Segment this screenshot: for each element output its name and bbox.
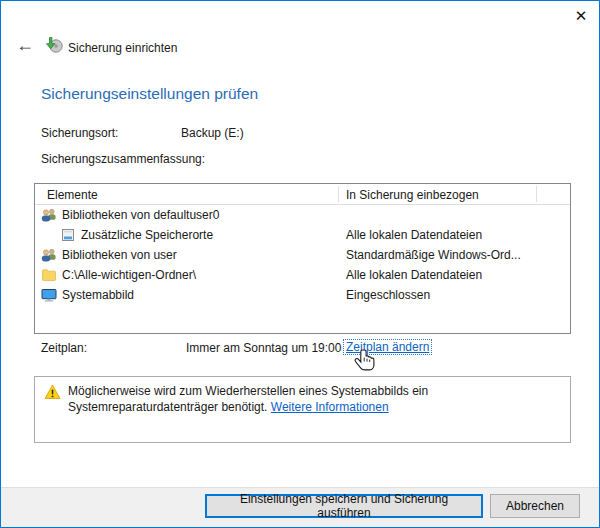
column-header-einbezogen[interactable]: In Sicherung einbezogen xyxy=(346,188,479,202)
users-icon xyxy=(41,207,57,223)
column-header-elemente[interactable]: Elemente xyxy=(47,188,98,202)
backup-location-label: Sicherungsort: xyxy=(41,126,118,140)
column-separator xyxy=(338,186,339,202)
close-icon[interactable]: ✕ xyxy=(565,3,597,29)
column-separator xyxy=(536,186,537,202)
backup-icon xyxy=(45,36,63,57)
row-value: Alle lokalen Datendateien xyxy=(346,228,482,242)
warning-panel: Möglicherweise wird zum Wiederherstellen… xyxy=(34,376,571,443)
warning-text: Möglicherweise wird zum Wiederherstellen… xyxy=(68,383,428,415)
row-value: Alle lokalen Datendateien xyxy=(346,268,482,282)
monitor-icon xyxy=(41,287,57,303)
cancel-button[interactable]: Abbrechen xyxy=(490,494,580,518)
wizard-title: Sicherung einrichten xyxy=(68,41,177,55)
table-row[interactable]: Zusätzliche Speicherorte Alle lokalen Da… xyxy=(35,225,570,245)
row-value: Standardmäßige Windows-Ord... xyxy=(346,248,521,262)
folder-icon xyxy=(41,267,57,283)
setup-backup-dialog: ✕ ← Sicherung einrichten Sicherungseinst… xyxy=(0,0,600,528)
backup-summary-label: Sicherungszusammenfassung: xyxy=(41,152,205,166)
row-label: Systemabbild xyxy=(62,288,134,302)
save-and-run-backup-button[interactable]: Einstellungen speichern und Sicherung au… xyxy=(205,494,483,518)
row-label: Bibliotheken von defaultuser0 xyxy=(62,208,219,222)
page-title: Sicherungseinstellungen prüfen xyxy=(41,85,258,103)
row-label: Zusätzliche Speicherorte xyxy=(81,228,213,242)
backup-summary-table: Elemente In Sicherung einbezogen Bibliot… xyxy=(34,183,571,334)
schedule-value: Immer am Sonntag um 19:00 xyxy=(186,341,341,355)
table-row[interactable]: Systemabbild Eingeschlossen xyxy=(35,285,570,305)
hand-cursor-icon xyxy=(353,348,379,381)
warning-line-1: Möglicherweise wird zum Wiederherstellen… xyxy=(68,384,428,398)
library-icon xyxy=(60,227,76,243)
back-arrow-icon[interactable]: ← xyxy=(13,34,37,56)
table-row[interactable]: Bibliotheken von defaultuser0 xyxy=(35,205,570,225)
schedule-label: Zeitplan: xyxy=(41,341,87,355)
row-label: Bibliotheken von user xyxy=(62,248,177,262)
table-row[interactable]: Bibliotheken von user Standardmäßige Win… xyxy=(35,245,570,265)
more-info-link[interactable]: Weitere Informationen xyxy=(271,400,389,414)
warning-line-2: Systemreparaturdatenträger benötigt. xyxy=(68,400,267,414)
backup-location-value: Backup (E:) xyxy=(181,126,244,140)
warning-icon xyxy=(44,384,61,403)
users-icon xyxy=(41,247,57,263)
row-value: Eingeschlossen xyxy=(346,288,430,302)
table-row[interactable]: C:\Alle-wichtigen-Ordner\ Alle lokalen D… xyxy=(35,265,570,285)
row-label: C:\Alle-wichtigen-Ordner\ xyxy=(62,268,196,282)
table-header: Elemente In Sicherung einbezogen xyxy=(35,184,570,205)
